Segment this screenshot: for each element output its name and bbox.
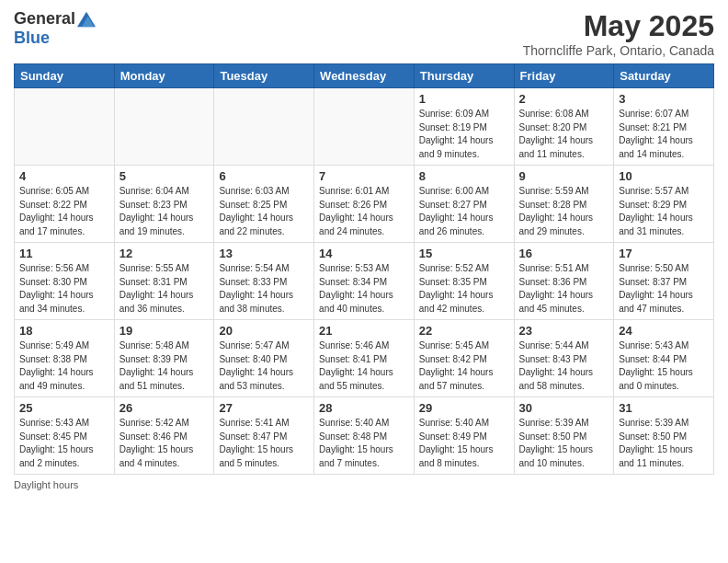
- day-number: 11: [19, 247, 109, 260]
- day-number: 6: [219, 169, 309, 183]
- day-number: 20: [219, 324, 309, 338]
- subtitle: Thorncliffe Park, Ontario, Canada: [523, 43, 714, 58]
- cell-w4-d6: 23Sunrise: 5:44 AM Sunset: 8:43 PM Dayli…: [514, 320, 614, 397]
- day-info: Sunrise: 5:49 AM Sunset: 8:38 PM Dayligh…: [19, 339, 109, 393]
- cell-w3-d4: 14Sunrise: 5:53 AM Sunset: 8:34 PM Dayli…: [314, 243, 415, 320]
- day-number: 2: [519, 92, 609, 106]
- cell-w4-d5: 22Sunrise: 5:45 AM Sunset: 8:42 PM Dayli…: [414, 320, 514, 397]
- day-info: Sunrise: 5:40 AM Sunset: 8:48 PM Dayligh…: [319, 417, 409, 470]
- header-sunday: Sunday: [15, 64, 115, 88]
- day-info: Sunrise: 5:39 AM Sunset: 8:50 PM Dayligh…: [619, 417, 709, 470]
- cell-w3-d1: 11Sunrise: 5:56 AM Sunset: 8:30 PM Dayli…: [15, 243, 115, 320]
- logo-blue: Blue: [14, 29, 50, 48]
- header-monday: Monday: [114, 64, 214, 88]
- day-number: 21: [319, 324, 409, 338]
- day-info: Sunrise: 5:55 AM Sunset: 8:31 PM Dayligh…: [119, 262, 210, 316]
- day-info: Sunrise: 5:42 AM Sunset: 8:46 PM Dayligh…: [119, 417, 210, 470]
- day-number: 12: [119, 247, 210, 260]
- cell-w4-d1: 18Sunrise: 5:49 AM Sunset: 8:38 PM Dayli…: [15, 320, 115, 397]
- cell-w2-d2: 5Sunrise: 6:04 AM Sunset: 8:23 PM Daylig…: [114, 166, 214, 243]
- cell-w1-d1: [15, 88, 115, 166]
- week-row-1: 1Sunrise: 6:09 AM Sunset: 8:19 PM Daylig…: [15, 88, 714, 166]
- header-saturday: Saturday: [614, 64, 714, 88]
- logo-text: General: [14, 9, 96, 29]
- day-number: 1: [419, 92, 509, 106]
- day-info: Sunrise: 6:04 AM Sunset: 8:23 PM Dayligh…: [119, 185, 210, 238]
- calendar-header-row: Sunday Monday Tuesday Wednesday Thursday…: [15, 64, 714, 88]
- day-number: 9: [519, 169, 609, 183]
- header-friday: Friday: [514, 64, 614, 88]
- day-info: Sunrise: 5:46 AM Sunset: 8:41 PM Dayligh…: [319, 339, 409, 393]
- title-block: May 2025 Thorncliffe Park, Ontario, Cana…: [523, 9, 714, 58]
- cell-w3-d2: 12Sunrise: 5:55 AM Sunset: 8:31 PM Dayli…: [114, 243, 214, 320]
- day-number: 18: [19, 324, 109, 338]
- day-info: Sunrise: 5:57 AM Sunset: 8:29 PM Dayligh…: [619, 185, 709, 238]
- day-info: Sunrise: 6:05 AM Sunset: 8:22 PM Dayligh…: [19, 185, 109, 238]
- logo-general: General: [14, 9, 75, 29]
- day-info: Sunrise: 6:09 AM Sunset: 8:19 PM Dayligh…: [419, 108, 509, 161]
- day-number: 22: [419, 324, 509, 338]
- cell-w4-d7: 24Sunrise: 5:43 AM Sunset: 8:44 PM Dayli…: [614, 320, 714, 397]
- day-info: Sunrise: 6:01 AM Sunset: 8:26 PM Dayligh…: [319, 185, 409, 238]
- day-number: 25: [19, 401, 109, 415]
- cell-w5-d6: 30Sunrise: 5:39 AM Sunset: 8:50 PM Dayli…: [514, 397, 614, 475]
- day-number: 28: [319, 401, 409, 415]
- day-number: 24: [619, 324, 709, 338]
- day-number: 31: [619, 401, 709, 415]
- day-number: 4: [19, 169, 109, 183]
- day-number: 26: [119, 401, 210, 415]
- day-info: Sunrise: 5:40 AM Sunset: 8:49 PM Dayligh…: [419, 417, 509, 470]
- cell-w3-d7: 17Sunrise: 5:50 AM Sunset: 8:37 PM Dayli…: [614, 243, 714, 320]
- cell-w1-d3: [214, 88, 314, 166]
- main-title: May 2025: [523, 9, 714, 43]
- cell-w4-d2: 19Sunrise: 5:48 AM Sunset: 8:39 PM Dayli…: [114, 320, 214, 397]
- cell-w3-d6: 16Sunrise: 5:51 AM Sunset: 8:36 PM Dayli…: [514, 243, 614, 320]
- cell-w4-d3: 20Sunrise: 5:47 AM Sunset: 8:40 PM Dayli…: [214, 320, 314, 397]
- day-number: 10: [619, 169, 709, 183]
- day-number: 14: [319, 247, 409, 260]
- cell-w2-d4: 7Sunrise: 6:01 AM Sunset: 8:26 PM Daylig…: [314, 166, 415, 243]
- day-number: 15: [419, 247, 509, 260]
- logo: General Blue: [14, 9, 96, 48]
- cell-w2-d7: 10Sunrise: 5:57 AM Sunset: 8:29 PM Dayli…: [614, 166, 714, 243]
- day-number: 30: [519, 401, 609, 415]
- day-number: 13: [219, 247, 309, 260]
- day-info: Sunrise: 6:07 AM Sunset: 8:21 PM Dayligh…: [619, 108, 709, 161]
- calendar: Sunday Monday Tuesday Wednesday Thursday…: [14, 63, 714, 475]
- week-row-5: 25Sunrise: 5:43 AM Sunset: 8:45 PM Dayli…: [15, 397, 714, 475]
- cell-w5-d7: 31Sunrise: 5:39 AM Sunset: 8:50 PM Dayli…: [614, 397, 714, 475]
- week-row-2: 4Sunrise: 6:05 AM Sunset: 8:22 PM Daylig…: [15, 166, 714, 243]
- cell-w1-d2: [114, 88, 214, 166]
- day-number: 3: [619, 92, 709, 106]
- cell-w5-d1: 25Sunrise: 5:43 AM Sunset: 8:45 PM Dayli…: [15, 397, 115, 475]
- cell-w5-d5: 29Sunrise: 5:40 AM Sunset: 8:49 PM Dayli…: [414, 397, 514, 475]
- header-thursday: Thursday: [414, 64, 514, 88]
- day-number: 7: [319, 169, 409, 183]
- day-info: Sunrise: 5:47 AM Sunset: 8:40 PM Dayligh…: [219, 339, 309, 393]
- day-number: 16: [519, 247, 609, 260]
- day-number: 19: [119, 324, 210, 338]
- header: General Blue May 2025 Thorncliffe Park, …: [14, 9, 714, 58]
- day-info: Sunrise: 5:39 AM Sunset: 8:50 PM Dayligh…: [519, 417, 609, 470]
- cell-w2-d5: 8Sunrise: 6:00 AM Sunset: 8:27 PM Daylig…: [414, 166, 514, 243]
- day-number: 23: [519, 324, 609, 338]
- day-info: Sunrise: 6:08 AM Sunset: 8:20 PM Dayligh…: [519, 108, 609, 161]
- day-info: Sunrise: 5:48 AM Sunset: 8:39 PM Dayligh…: [119, 339, 210, 393]
- cell-w2-d6: 9Sunrise: 5:59 AM Sunset: 8:28 PM Daylig…: [514, 166, 614, 243]
- cell-w2-d3: 6Sunrise: 6:03 AM Sunset: 8:25 PM Daylig…: [214, 166, 314, 243]
- day-info: Sunrise: 5:41 AM Sunset: 8:47 PM Dayligh…: [219, 417, 309, 470]
- footer-note: Daylight hours: [14, 479, 714, 490]
- cell-w5-d3: 27Sunrise: 5:41 AM Sunset: 8:47 PM Dayli…: [214, 397, 314, 475]
- day-info: Sunrise: 5:44 AM Sunset: 8:43 PM Dayligh…: [519, 339, 609, 393]
- cell-w2-d1: 4Sunrise: 6:05 AM Sunset: 8:22 PM Daylig…: [15, 166, 115, 243]
- week-row-3: 11Sunrise: 5:56 AM Sunset: 8:30 PM Dayli…: [15, 243, 714, 320]
- cell-w1-d5: 1Sunrise: 6:09 AM Sunset: 8:19 PM Daylig…: [414, 88, 514, 166]
- day-number: 29: [419, 401, 509, 415]
- cell-w3-d3: 13Sunrise: 5:54 AM Sunset: 8:33 PM Dayli…: [214, 243, 314, 320]
- week-row-4: 18Sunrise: 5:49 AM Sunset: 8:38 PM Dayli…: [15, 320, 714, 397]
- header-tuesday: Tuesday: [214, 64, 314, 88]
- day-info: Sunrise: 5:52 AM Sunset: 8:35 PM Dayligh…: [419, 262, 509, 316]
- cell-w1-d4: [314, 88, 415, 166]
- page: General Blue May 2025 Thorncliffe Park, …: [0, 0, 728, 563]
- day-info: Sunrise: 6:00 AM Sunset: 8:27 PM Dayligh…: [419, 185, 509, 238]
